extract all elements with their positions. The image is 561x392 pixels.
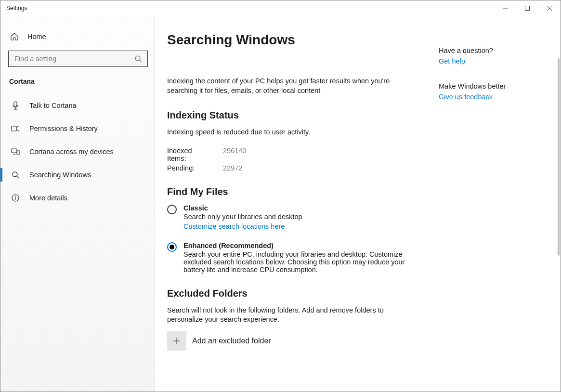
svg-line-14 [17,176,19,178]
svg-rect-1 [525,6,530,11]
add-excluded-folder-label: Add an excluded folder [192,337,271,345]
microphone-icon [11,101,20,110]
svg-line-5 [140,60,142,62]
search-icon [11,170,20,179]
scrollbar-thumb[interactable] [558,58,560,256]
sidebar: Home Cortana Talk to Cortana [0,16,155,392]
radio-enhanced[interactable]: Enhanced (Recommended) Search your entir… [167,242,417,274]
permissions-icon [11,124,20,133]
home-icon [10,32,19,41]
sidebar-item-label: Permissions & History [29,125,98,132]
window-controls [494,0,561,16]
svg-point-4 [135,56,140,61]
excluded-folders-heading: Excluded Folders [167,288,417,299]
svg-rect-6 [14,102,17,106]
svg-point-17 [15,196,16,196]
radio-classic-title: Classic [183,204,417,212]
feedback-heading: Make Windows better [439,82,535,90]
add-excluded-folder-button[interactable] [167,331,186,351]
minimize-button[interactable] [494,0,516,16]
customize-locations-link[interactable]: Customize search locations here [183,222,285,230]
sidebar-item-cortana-devices[interactable]: Cortana across my devices [8,141,149,162]
sidebar-item-permissions-history[interactable]: Permissions & History [8,118,149,139]
radio-icon-selected [167,242,177,252]
radio-icon [167,205,177,214]
sidebar-section-label: Cortana [8,78,149,85]
sidebar-item-label: Talk to Cortana [29,102,77,109]
pending-value: 22972 [223,164,242,172]
window-title: Settings [6,5,27,12]
sidebar-item-talk-to-cortana[interactable]: Talk to Cortana [8,95,149,116]
radio-classic[interactable]: Classic Search only your libraries and d… [167,204,417,230]
radio-classic-desc: Search only your libraries and desktop [183,213,417,221]
search-box[interactable] [8,51,148,67]
indexing-heading: Indexing Status [167,110,417,121]
sidebar-item-more-details[interactable]: More details [8,187,149,209]
info-icon [11,194,20,202]
intro-text: Indexing the content of your PC helps yo… [167,77,417,95]
radio-enhanced-title: Enhanced (Recommended) [183,242,417,249]
indexed-items-label: Indexed Items: [167,147,211,162]
search-input[interactable] [13,54,134,63]
sidebar-item-label: More details [29,194,67,202]
radio-enhanced-desc: Search your entire PC, including your li… [183,250,417,274]
give-feedback-link[interactable]: Give us feedback [439,93,535,101]
indexed-items-value: 296140 [223,147,246,162]
svg-rect-10 [12,149,17,153]
excluded-folders-desc: Search will not look in the following fo… [167,306,417,325]
page-title: Searching Windows [167,32,417,48]
sidebar-item-searching-windows[interactable]: Searching Windows [8,164,149,185]
svg-rect-9 [12,126,16,131]
svg-point-13 [13,172,17,177]
svg-rect-12 [17,150,19,155]
indexing-status-text: Indexing speed is reduced due to user ac… [167,128,417,137]
pending-label: Pending: [167,164,211,172]
indexed-items-row: Indexed Items: 296140 [167,147,417,162]
home-button[interactable]: Home [8,29,149,44]
pending-row: Pending: 22972 [167,164,417,172]
find-my-files-heading: Find My Files [167,186,417,197]
devices-icon [11,147,20,156]
plus-icon [172,337,181,345]
sidebar-item-label: Cortana across my devices [29,148,114,156]
search-icon [134,54,143,63]
sidebar-item-label: Searching Windows [29,171,91,179]
get-help-link[interactable]: Get help [439,57,535,65]
question-heading: Have a question? [439,47,535,54]
home-label: Home [27,33,46,40]
close-button[interactable] [538,0,561,16]
maximize-button[interactable] [516,0,538,16]
